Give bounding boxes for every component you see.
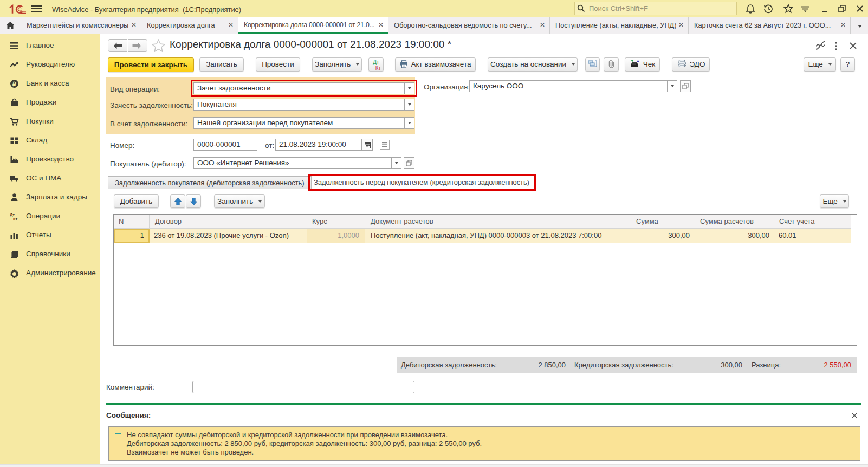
svg-text:Кт: Кт [13,217,18,222]
svg-text:₽: ₽ [12,81,16,87]
